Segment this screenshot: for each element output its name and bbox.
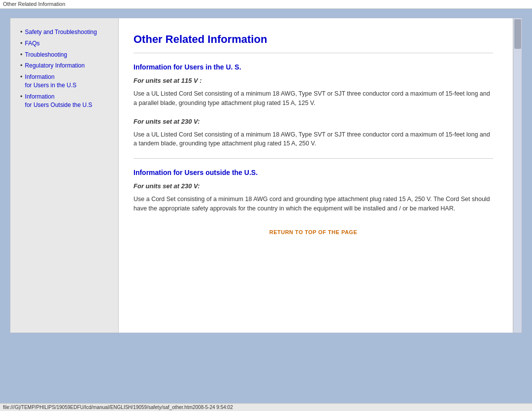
sidebar-item-troubleshooting[interactable]: Troubleshooting	[25, 51, 67, 59]
status-bar-text: file:///G|/TEMP/PHILIPS/19059EDFU/lcd/ma…	[3, 405, 233, 410]
section1-sub2-body: Use a UL Listed Cord Set consisting of a…	[133, 130, 493, 149]
section1-sub2-heading: For units set at 230 V:	[133, 118, 493, 125]
section1-sub1-body: Use a UL Listed Cord Set consisting of a…	[133, 89, 493, 108]
section1-title: Information for Users in the U. S.	[133, 63, 493, 71]
divider-top	[133, 53, 493, 53]
section2-sub1-heading: For units set at 230 V:	[133, 182, 493, 190]
bottom-area	[0, 343, 532, 411]
status-bar: file:///G|/TEMP/PHILIPS/19059EDFU/lcd/ma…	[0, 403, 532, 411]
sidebar-item-safety[interactable]: Safety and Troubleshooting	[25, 28, 97, 36]
sidebar-item-faqs[interactable]: FAQs	[25, 39, 40, 48]
return-to-top-container: RETURN TO TOP OF THE PAGE	[133, 228, 493, 236]
title-bar: Other Related Information	[0, 0, 532, 9]
main-content: Other Related Information Information fo…	[119, 18, 513, 333]
section2-sub1-body: Use a Cord Set consisting of a minimum 1…	[133, 195, 493, 213]
divider-middle	[133, 158, 493, 159]
sidebar: Safety and Troubleshooting FAQs Troubles…	[10, 18, 119, 333]
title-bar-text: Other Related Information	[3, 1, 66, 7]
section1-sub1-heading: For units set at 115 V :	[133, 77, 493, 84]
sidebar-item-info-outside[interactable]: Information for Users Outside the U.S	[25, 93, 93, 109]
sidebar-item-info-us[interactable]: Information for Users in the U.S	[25, 73, 77, 90]
return-to-top-link[interactable]: RETURN TO TOP OF THE PAGE	[269, 229, 358, 235]
page-title: Other Related Information	[133, 33, 493, 46]
scrollbar[interactable]	[513, 18, 522, 333]
section2-title: Information for Users outside the U.S.	[133, 169, 493, 176]
sidebar-item-regulatory[interactable]: Regulatory Information	[25, 62, 85, 70]
scroll-thumb[interactable]	[514, 19, 521, 49]
